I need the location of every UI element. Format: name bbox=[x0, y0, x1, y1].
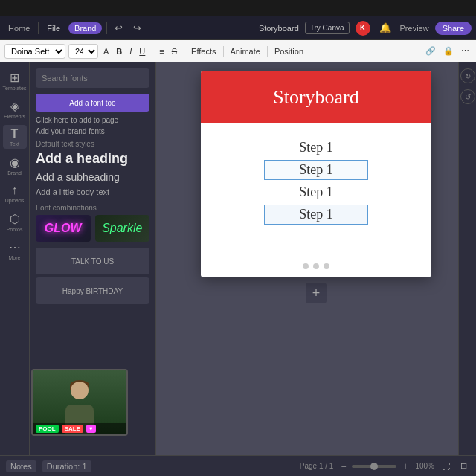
font-style-sparkle[interactable]: Sparkle bbox=[95, 215, 150, 242]
sidebar-item-text[interactable]: T Text bbox=[3, 125, 27, 149]
more-label: More bbox=[9, 255, 21, 260]
zoom-thumb bbox=[370, 463, 378, 470]
webcam-overlay: POOL SALE ♥ bbox=[31, 369, 128, 436]
sidebar-item-photos[interactable]: ⬡ Photos bbox=[3, 210, 27, 234]
redo-button[interactable]: ↪ bbox=[130, 21, 144, 35]
canvas-dots bbox=[201, 257, 431, 277]
templates-label: Templates bbox=[3, 86, 27, 91]
click-to-add-link[interactable]: Click here to add to page bbox=[36, 116, 149, 124]
add-font-button[interactable]: Add a font too bbox=[36, 94, 149, 112]
sidebar-item-uploads[interactable]: ↑ Uploads bbox=[3, 181, 27, 205]
page-bar-right: Page 1 / 1 − + 100% ⛶ ⊟ bbox=[300, 460, 470, 473]
default-text-styles-label: Default text styles bbox=[36, 140, 149, 148]
template-item-2[interactable]: Happy BIRTHDAY bbox=[36, 277, 149, 304]
format-divider-2 bbox=[184, 46, 184, 57]
canvas-dot-3 bbox=[324, 263, 329, 269]
lock-button[interactable]: 🔒 bbox=[441, 45, 456, 57]
try-canva-button[interactable]: Try Canva bbox=[305, 22, 350, 34]
file-button[interactable]: File bbox=[43, 22, 64, 34]
uploads-icon: ↑ bbox=[12, 184, 18, 197]
grid-button[interactable]: ⊟ bbox=[457, 460, 470, 472]
sidebar-item-templates[interactable]: ⊞ Templates bbox=[3, 68, 27, 92]
right-panel: ↻ ↺ bbox=[458, 62, 476, 455]
refresh-button[interactable]: ↺ bbox=[460, 89, 475, 104]
font-family-select[interactable]: Doina Sett bbox=[4, 44, 65, 59]
templates-icon: ⊞ bbox=[10, 71, 19, 85]
fullscreen-button[interactable]: ⛶ bbox=[439, 460, 453, 472]
toolbar-title-area: Storyboard Try Canva K 🔔 Preview Share bbox=[259, 21, 472, 36]
canvas-page-title: Storyboard bbox=[273, 86, 359, 109]
zoom-level: 100% bbox=[415, 462, 434, 470]
page-bar: Notes Duration: 1 Page 1 / 1 − + 100% ⛶ … bbox=[0, 455, 476, 476]
step-2[interactable]: Step 1 bbox=[264, 160, 368, 180]
format-divider-1 bbox=[152, 46, 152, 57]
webcam-label-pool: POOL bbox=[36, 425, 59, 433]
add-subheading-item[interactable]: Add a subheading bbox=[36, 171, 149, 183]
canvas-body: Step 1 Step 1 Step 1 Step 1 bbox=[201, 123, 431, 257]
font-combos-label: Font combinations bbox=[36, 204, 149, 212]
italic-button[interactable]: I bbox=[127, 46, 134, 57]
webcam-label-sale: SALE bbox=[62, 425, 83, 433]
sidebar-item-more[interactable]: ⋯ More bbox=[3, 238, 27, 262]
format-divider-3 bbox=[223, 46, 224, 57]
publish-button[interactable]: Share bbox=[435, 22, 472, 35]
rotate-button[interactable]: ↻ bbox=[460, 68, 475, 83]
font-combo-row: GLOW Sparkle bbox=[36, 215, 149, 242]
bold-button[interactable]: B bbox=[114, 46, 124, 57]
left-sidebar: ⊞ Templates ◈ Elements T Text ◉ Brand ↑ … bbox=[0, 62, 30, 455]
canvas-dot-1 bbox=[303, 263, 309, 269]
more-options-button[interactable]: ⋯ bbox=[459, 45, 472, 57]
animate-button[interactable]: Animate bbox=[228, 46, 263, 57]
search-input[interactable] bbox=[36, 68, 149, 88]
font-size-select[interactable]: 24 bbox=[68, 44, 98, 59]
sidebar-item-elements[interactable]: ◈ Elements bbox=[3, 97, 27, 120]
format-bar-right: 🔗 🔒 ⋯ bbox=[423, 45, 472, 57]
duration-button[interactable]: Duration: 1 bbox=[42, 460, 91, 472]
text-icon: T bbox=[11, 127, 19, 141]
step-4[interactable]: Step 1 bbox=[264, 205, 368, 225]
strikethrough-button[interactable]: S bbox=[170, 46, 179, 57]
brand-button[interactable]: Brand bbox=[68, 22, 102, 34]
format-bar: Doina Sett 24 A B I U ≡ S Effects Animat… bbox=[0, 40, 476, 62]
toolbar-divider-1 bbox=[38, 22, 39, 34]
add-brand-font-link[interactable]: Add your brand fonts bbox=[36, 127, 149, 135]
zoom-out-button[interactable]: − bbox=[338, 460, 349, 473]
notes-button[interactable]: Notes bbox=[6, 460, 36, 472]
system-bar bbox=[0, 0, 476, 16]
canvas-dot-2 bbox=[313, 263, 319, 269]
template-item-1[interactable]: TALK TO US bbox=[36, 248, 149, 274]
storyboard-label: Storyboard bbox=[259, 24, 299, 33]
step-1[interactable]: Step 1 bbox=[264, 138, 368, 157]
elements-label: Elements bbox=[4, 114, 25, 119]
add-body-text-item[interactable]: Add a little body text bbox=[36, 187, 149, 196]
canvas-page: Storyboard Step 1 Step 1 Step 1 Step 1 bbox=[201, 71, 431, 277]
zoom-in-button[interactable]: + bbox=[399, 460, 411, 473]
align-left-button[interactable]: ≡ bbox=[157, 46, 166, 57]
position-button[interactable]: Position bbox=[272, 46, 306, 57]
undo-button[interactable]: ↩ bbox=[112, 21, 126, 35]
add-page-button[interactable]: + bbox=[306, 283, 327, 303]
photos-icon: ⬡ bbox=[10, 212, 20, 226]
zoom-slider[interactable] bbox=[352, 465, 396, 468]
link-button[interactable]: 🔗 bbox=[423, 45, 438, 57]
canvas-area: Storyboard Step 1 Step 1 Step 1 Step 1 + bbox=[156, 62, 476, 455]
notifications-button[interactable]: 🔔 bbox=[376, 21, 394, 35]
page-info: Page 1 / 1 bbox=[300, 462, 334, 470]
add-heading-item[interactable]: Add a heading bbox=[36, 151, 149, 167]
color-button[interactable]: A bbox=[101, 46, 111, 57]
step-3[interactable]: Step 1 bbox=[264, 183, 368, 202]
elements-icon: ◈ bbox=[10, 99, 19, 113]
text-label: Text bbox=[10, 141, 19, 147]
canvas-header: Storyboard bbox=[201, 71, 431, 123]
home-button[interactable]: Home bbox=[4, 22, 33, 34]
preview-button[interactable]: Preview bbox=[400, 24, 429, 33]
webcam-label-heart: ♥ bbox=[86, 425, 96, 433]
underline-button[interactable]: U bbox=[137, 46, 147, 57]
effects-button[interactable]: Effects bbox=[189, 46, 218, 57]
font-style-glow[interactable]: GLOW bbox=[36, 215, 91, 242]
user-avatar: K bbox=[356, 21, 370, 36]
photos-label: Photos bbox=[7, 227, 23, 232]
app-toolbar: Home File Brand ↩ ↪ Storyboard Try Canva… bbox=[0, 16, 476, 40]
format-divider-4 bbox=[267, 46, 268, 57]
sidebar-item-brand[interactable]: ◉ Brand bbox=[3, 153, 27, 177]
